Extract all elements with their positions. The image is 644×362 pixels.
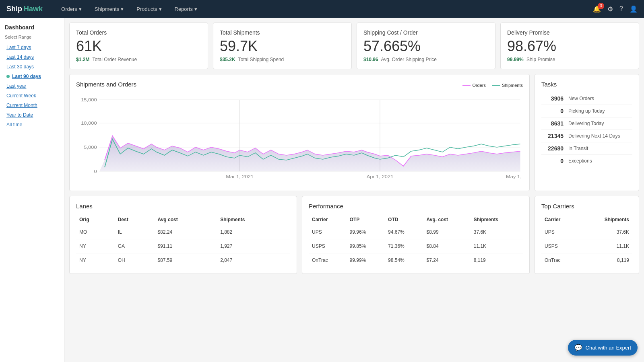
shipping-cost-value: 57.665% xyxy=(363,39,489,53)
carriers-title: Top Carriers xyxy=(541,203,632,210)
nav-icons: 🔔 3 ⚙ ? 👤 xyxy=(593,5,638,13)
delivery-promise-title: Delivery Promise xyxy=(507,29,632,36)
lane-avgcost: $82.24 xyxy=(154,225,217,239)
task-label: Delivering Today xyxy=(568,121,604,126)
svg-text:May 1, 2021: May 1, 2021 xyxy=(506,175,523,179)
sidebar-link[interactable]: Current Week xyxy=(5,91,59,101)
table-row: UPS99.96%94.67%$8.9937.6K xyxy=(309,225,523,239)
tasks-list: 3906New Orders0Picking up Today8631Deliv… xyxy=(541,93,632,167)
navbar: ShipHawk Orders ▾ Shipments ▾ Products ▾… xyxy=(0,0,644,18)
chart-tasks-row: Shipments and Orders Orders Shipments xyxy=(69,74,639,191)
card-shipping-cost: Shipping Cost / Order 57.665% $10.96 Avg… xyxy=(357,23,495,69)
table-row: UPS37.6K xyxy=(541,225,632,239)
chat-icon: 💬 xyxy=(574,344,582,352)
task-num: 21345 xyxy=(541,133,564,139)
sidebar-link[interactable]: Last 90 days xyxy=(5,72,59,81)
nav-products[interactable]: Products ▾ xyxy=(131,0,167,18)
perf-otp: 99.99% xyxy=(347,253,385,267)
task-row: 8631Delivering Today xyxy=(541,117,632,130)
table-row: USPS99.85%71.36%$8.8411.1K xyxy=(309,239,523,253)
perf-shipments: 8,119 xyxy=(471,253,523,267)
sidebar-link[interactable]: Last 7 days xyxy=(5,43,59,52)
carriers-header-shipments: Shipments xyxy=(579,214,632,225)
table-row: NYOH$87.592,047 xyxy=(76,253,290,267)
task-row: 0Exceptions xyxy=(541,155,632,167)
sidebar-link[interactable]: Last year xyxy=(5,81,59,91)
legend-orders: Orders xyxy=(462,83,486,88)
perf-carrier: USPS xyxy=(309,239,347,253)
perf-carrier: OnTrac xyxy=(309,253,347,267)
chevron-down-icon: ▾ xyxy=(194,6,197,12)
settings-icon[interactable]: ⚙ xyxy=(607,5,613,13)
task-num: 8631 xyxy=(541,120,564,127)
sidebar-link[interactable]: Year to Date xyxy=(5,110,59,120)
task-label: Exceptions xyxy=(568,158,592,164)
chart-title: Shipments and Orders xyxy=(76,81,136,88)
legend-orders-line xyxy=(462,85,471,86)
total-shipments-title: Total Shipments xyxy=(220,29,345,36)
performance-title: Performance xyxy=(309,203,523,210)
app-body: Dashboard Select Range Last 7 daysLast 1… xyxy=(0,18,644,362)
lane-avgcost: $91.11 xyxy=(154,239,217,253)
task-num: 0 xyxy=(541,158,564,164)
nav-items: Orders ▾ Shipments ▾ Products ▾ Reports … xyxy=(56,0,590,18)
chart-legend: Orders Shipments xyxy=(462,83,523,88)
svg-text:10,000: 10,000 xyxy=(81,121,97,125)
shipping-cost-sub: $10.96 Avg. Order Shipping Price xyxy=(363,57,489,62)
svg-text:15,000: 15,000 xyxy=(81,98,97,102)
svg-text:5,000: 5,000 xyxy=(84,145,97,149)
lanes-header-dest: Dest xyxy=(115,214,155,225)
perf-header-avgcost: Avg. cost xyxy=(423,214,471,225)
card-delivery-promise: Delivery Promise 98.67% 99.99% Ship Prom… xyxy=(500,23,639,69)
bottom-row: Lanes Orig Dest Avg cost Shipments MOIL$… xyxy=(69,196,639,274)
task-num: 22680 xyxy=(541,145,564,152)
lane-orig: NY xyxy=(76,239,115,253)
perf-otd: 98.54% xyxy=(385,253,423,267)
svg-text:Mar 1, 2021: Mar 1, 2021 xyxy=(226,175,254,179)
perf-otd: 71.36% xyxy=(385,239,423,253)
task-row: 21345Delivering Next 14 Days xyxy=(541,130,632,142)
performance-card: Performance Carrier OTP OTD Avg. cost Sh… xyxy=(302,196,530,274)
task-row: 22680In Transit xyxy=(541,142,632,155)
task-label: Delivering Next 14 Days xyxy=(568,133,620,139)
sidebar-link[interactable]: All time xyxy=(5,120,59,130)
chat-label: Chat with an Expert xyxy=(586,345,631,351)
perf-avgcost: $7.24 xyxy=(423,253,471,267)
nav-reports[interactable]: Reports ▾ xyxy=(169,0,203,18)
task-num: 3906 xyxy=(541,95,564,102)
legend-shipments-line xyxy=(492,85,500,86)
sidebar-link[interactable]: Last 30 days xyxy=(5,62,59,72)
sidebar-link[interactable]: Current Month xyxy=(5,101,59,110)
chat-button[interactable]: 💬 Chat with an Expert xyxy=(568,340,638,356)
nav-orders[interactable]: Orders ▾ xyxy=(56,0,87,18)
help-icon[interactable]: ? xyxy=(619,5,623,12)
chart-container: 15,000 10,000 5,000 0 Mar 1, 2021 xyxy=(76,96,523,184)
total-orders-label: Total Order Revenue xyxy=(92,57,137,62)
lanes-title: Lanes xyxy=(76,203,290,210)
total-shipments-value: 59.7K xyxy=(220,39,345,53)
notifications-icon[interactable]: 🔔 3 xyxy=(593,5,601,13)
task-row: 3906New Orders xyxy=(541,93,632,105)
lane-shipments: 2,047 xyxy=(217,253,290,267)
sidebar-link[interactable]: Last 14 days xyxy=(5,52,59,62)
carrier-shipments: 37.6K xyxy=(579,225,632,239)
total-shipments-label: Total Shipping Spend xyxy=(238,57,284,62)
chevron-down-icon: ▾ xyxy=(79,6,82,12)
task-row: 0Picking up Today xyxy=(541,105,632,117)
user-icon[interactable]: 👤 xyxy=(630,5,638,13)
brand-hawk: Hawk xyxy=(24,5,43,13)
task-label: Picking up Today xyxy=(568,108,605,114)
svg-text:0: 0 xyxy=(94,169,97,173)
brand-logo[interactable]: ShipHawk xyxy=(6,5,43,13)
task-label: In Transit xyxy=(568,146,588,151)
notification-badge: 3 xyxy=(598,3,604,9)
svg-marker-13 xyxy=(99,136,520,171)
perf-otd: 94.67% xyxy=(385,225,423,239)
delivery-promise-value: 98.67% xyxy=(507,39,632,53)
carriers-tbody: UPS37.6KUSPS11.1KOnTrac8,119 xyxy=(541,225,632,267)
perf-avgcost: $8.99 xyxy=(423,225,471,239)
nav-shipments[interactable]: Shipments ▾ xyxy=(89,0,129,18)
shipping-cost-amount: $10.96 xyxy=(363,57,378,62)
perf-shipments: 11.1K xyxy=(471,239,523,253)
delivery-promise-amount: 99.99% xyxy=(507,57,524,62)
